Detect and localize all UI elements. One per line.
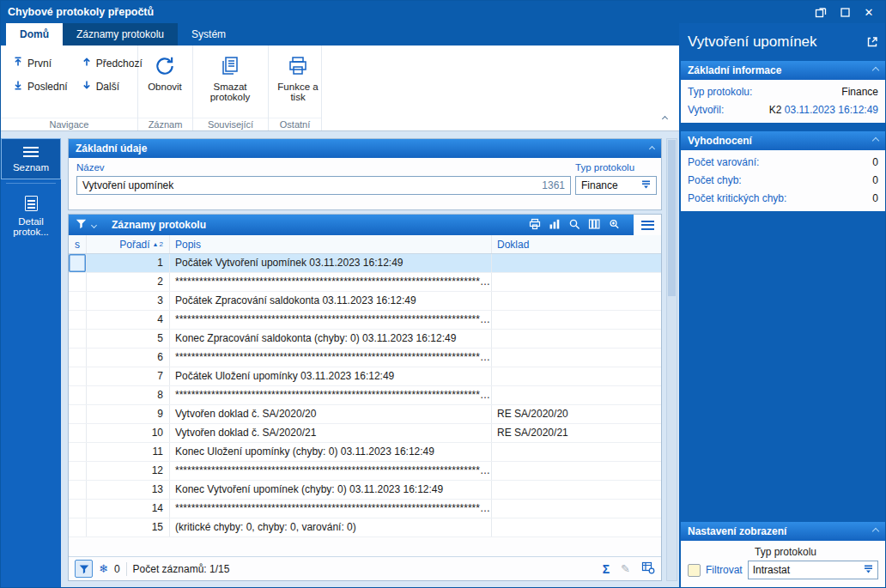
table-row[interactable]: 1 Počátek Vytvoření upomínek 03.11.2023 … — [69, 254, 661, 273]
basic-info-header: Základní informace — [681, 61, 885, 80]
sidebar-item-detail[interactable]: Detail protok... — [1, 187, 61, 244]
search-icon[interactable] — [568, 218, 580, 233]
row-select-cell[interactable] — [69, 330, 87, 348]
grid-menu-icon[interactable] — [641, 218, 654, 232]
table-settings-icon[interactable] — [641, 561, 655, 577]
row-select-cell[interactable] — [69, 386, 87, 404]
next-record-button[interactable]: Další — [78, 79, 146, 94]
previous-record-button[interactable]: Předchozí — [78, 56, 146, 70]
refresh-button[interactable]: Obnovit — [145, 51, 185, 92]
row-select-cell[interactable] — [69, 462, 87, 480]
column-header-select[interactable]: s — [69, 235, 87, 253]
table-row[interactable]: 3 Počátek Zpracování saldokonta 03.11.20… — [69, 292, 661, 311]
dock-panel-icon[interactable] — [811, 4, 830, 20]
info-row: Vytvořil: K2 03.11.2023 16:12:49 — [688, 100, 878, 118]
row-select-cell[interactable] — [69, 311, 87, 329]
table-row[interactable]: 4 **************************************… — [69, 311, 661, 330]
columns-icon[interactable] — [588, 218, 600, 233]
row-select-cell[interactable] — [69, 405, 87, 423]
info-row: Typ protokolu: Finance — [688, 82, 878, 100]
table-row[interactable]: 11 Konec Uložení upomínky (chyby: 0) 03.… — [69, 443, 661, 462]
row-description-cell: ****************************************… — [170, 311, 492, 329]
records-title: Záznamy protokolu — [112, 219, 206, 231]
maximize-icon[interactable] — [835, 4, 854, 20]
table-row[interactable]: 7 Počátek Uložení upomínky 03.11.2023 16… — [69, 367, 661, 386]
name-input[interactable]: Vytvoření upomínek 1361 — [76, 176, 571, 195]
last-record-button[interactable]: Poslední — [9, 79, 71, 94]
scrollbar-thumb[interactable] — [668, 140, 676, 296]
row-select-cell[interactable] — [69, 443, 87, 461]
open-in-window-icon[interactable] — [866, 36, 878, 48]
view-settings-icon[interactable] — [608, 218, 620, 233]
column-header-order[interactable]: Pořadí▲2 — [87, 235, 170, 253]
table-row[interactable]: 12 *************************************… — [69, 462, 661, 481]
delete-protocols-button[interactable]: Smazat protokoly — [200, 51, 260, 102]
column-header-document[interactable]: Doklad — [492, 235, 661, 253]
table-row[interactable]: 14 *************************************… — [69, 500, 661, 518]
header-tools — [529, 218, 620, 233]
filter-toggle-button[interactable] — [75, 560, 93, 578]
basic-data-title: Základní údaje — [76, 142, 147, 155]
table-row[interactable]: 8 **************************************… — [69, 386, 661, 405]
row-document-cell — [492, 254, 661, 272]
table-row[interactable]: 9 Vytvořen doklad č. SA/2020/20 RE SA/20… — [69, 405, 661, 424]
combo-dropdown-icon — [864, 564, 873, 576]
titlebar: Chybové protokoly přepočtů ✕ — [1, 1, 885, 23]
main-area: Seznam Detail protok... Základní údaje N… — [1, 131, 679, 588]
column-header-description[interactable]: Popis — [170, 235, 492, 253]
arrow-up-bar-icon — [13, 57, 23, 70]
protocol-type-label: Typ protokolu — [681, 541, 885, 561]
grid-menu-box — [634, 215, 661, 235]
filter-icon[interactable] — [76, 218, 87, 232]
functions-print-button[interactable]: Funkce a tisk — [276, 51, 320, 102]
ribbon-group-record: Obnovit Záznam — [138, 45, 193, 130]
table-row[interactable]: 5 Konec Zpracování saldokonta (chyby: 0)… — [69, 330, 661, 349]
arrow-down-icon — [82, 80, 92, 93]
print-icon[interactable] — [529, 218, 541, 233]
row-description-cell: ****************************************… — [170, 273, 492, 291]
row-description-cell: Konec Uložení upomínky (chyby: 0) 03.11.… — [170, 443, 492, 461]
row-description-cell: Konec Zpracování saldokonta (chyby: 0) 0… — [170, 330, 492, 348]
row-select-cell[interactable] — [69, 273, 87, 291]
chevron-down-icon[interactable] — [91, 221, 97, 227]
row-select-cell[interactable] — [69, 292, 87, 310]
filter-checkbox[interactable] — [688, 564, 701, 577]
sidebar-divider — [6, 183, 56, 184]
table-row[interactable]: 2 **************************************… — [69, 273, 661, 292]
row-select-cell[interactable] — [69, 518, 87, 536]
row-description-cell: ****************************************… — [170, 349, 492, 367]
edit-icon[interactable]: ✎ — [621, 562, 630, 575]
collapse-ribbon-icon[interactable] — [663, 112, 667, 124]
collapse-section-icon[interactable] — [649, 145, 655, 151]
detail-panel-header: Vytvoření upomínek — [679, 23, 886, 61]
vertical-scrollbar[interactable] — [666, 138, 677, 581]
collapse-section-icon[interactable] — [872, 528, 879, 535]
table-row[interactable]: 6 **************************************… — [69, 349, 661, 367]
tab-system[interactable]: Systém — [178, 23, 240, 45]
tab-protocol-records[interactable]: Záznamy protokolu — [63, 23, 178, 45]
delete-protocols-icon — [219, 55, 241, 79]
tab-home[interactable]: Domů — [6, 23, 63, 45]
row-select-cell[interactable] — [69, 500, 87, 518]
first-record-button[interactable]: První — [9, 56, 71, 70]
row-select-cell[interactable] — [69, 367, 87, 385]
sum-icon[interactable]: Σ — [603, 562, 610, 576]
collapse-section-icon[interactable] — [872, 137, 879, 144]
row-select-cell[interactable] — [69, 254, 87, 272]
table-row[interactable]: 15 (kritické chyby: 0, chyby: 0, varován… — [69, 518, 661, 537]
collapse-section-icon[interactable] — [872, 67, 879, 74]
close-icon[interactable]: ✕ — [859, 4, 878, 20]
row-order-cell: 15 — [87, 518, 170, 536]
row-select-cell[interactable] — [69, 481, 87, 499]
chart-icon[interactable] — [549, 218, 561, 233]
table-row[interactable]: 13 Konec Vytvoření upomínek (chyby: 0) 0… — [69, 481, 661, 500]
row-select-cell[interactable] — [69, 424, 87, 442]
sidebar-item-list[interactable]: Seznam — [1, 138, 61, 179]
protocol-type-select[interactable]: Finance — [575, 176, 657, 195]
display-protocol-type-select[interactable]: Intrastat — [748, 561, 878, 579]
arrow-down-bar-icon — [13, 80, 23, 93]
freeze-icon[interactable]: ❄ — [99, 562, 108, 575]
row-order-cell: 10 — [87, 424, 170, 442]
table-row[interactable]: 10 Vytvořen doklad č. SA/2020/21 RE SA/2… — [69, 424, 661, 443]
row-select-cell[interactable] — [69, 349, 87, 367]
